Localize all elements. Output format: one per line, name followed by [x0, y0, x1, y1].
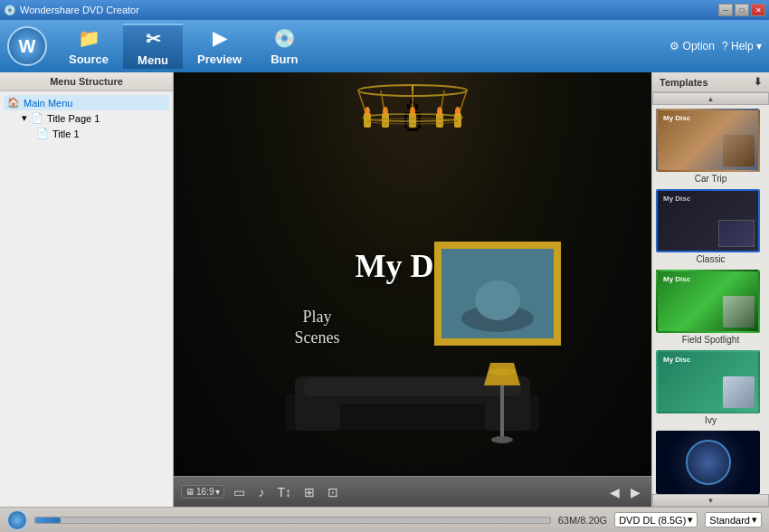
menu-structure-header: Menu Structure — [0, 72, 173, 91]
toolbar: W 📁 Source ✂ Menu ▶ Preview 💿 Burn ⚙ Opt… — [0, 20, 769, 72]
aspect-ratio-icon: 🖥 — [185, 487, 195, 497]
quality-label: Standard — [709, 515, 750, 526]
app-logo: W — [7, 26, 47, 66]
close-button[interactable]: ✕ — [751, 4, 765, 16]
title1-icon: 📄 — [36, 128, 49, 139]
aspect-ratio-dropdown-icon: ▾ — [215, 487, 220, 497]
quality-selector[interactable]: Standard ▾ — [705, 512, 762, 527]
svg-point-38 — [489, 368, 516, 375]
tree-item-main-menu[interactable]: 🏠 Main Menu — [4, 95, 169, 110]
title-bar: 💿 Wondershare DVD Creator ─ □ ✕ — [0, 0, 769, 20]
chandelier-image — [331, 81, 494, 145]
template-car-trip-thumb: My Disc — [656, 109, 760, 172]
template-field-spotlight[interactable]: My Disc Field Spotlight — [656, 270, 765, 345]
templates-list: My Disc Car Trip My Disc Classic My Disc — [652, 105, 769, 494]
app-title: Wondershare DVD Creator — [20, 5, 139, 15]
status-bar: 63M/8.20G DVD DL (8.5G) ▾ Standard ▾ — [0, 507, 769, 532]
disc-type-arrow: ▾ — [688, 514, 693, 526]
grid-button[interactable]: ⊞ — [300, 483, 318, 501]
template-field-image — [723, 296, 755, 328]
burn-button[interactable]: 💿 Burn — [256, 24, 312, 69]
scroll-up-button[interactable]: ▲ — [652, 92, 769, 105]
progress-bar — [34, 517, 551, 524]
lamp-decoration — [479, 358, 525, 449]
subtitle-button[interactable]: ▭ — [230, 483, 249, 501]
tree-item-title1[interactable]: 📄 Title 1 — [33, 126, 169, 141]
center-canvas: 🕯 — [174, 72, 651, 507]
burn-label: Burn — [271, 52, 298, 66]
template-ivy-thumb: My Disc — [656, 350, 760, 413]
templates-header: Templates ⬇ — [652, 72, 769, 92]
svg-point-12 — [365, 107, 370, 116]
svg-point-37 — [491, 436, 513, 443]
aspect-ratio-selector[interactable]: 🖥 16:9 ▾ — [181, 485, 224, 499]
main-menu-icon: 🏠 — [7, 97, 20, 109]
quality-arrow: ▾ — [752, 514, 757, 526]
preview-button[interactable]: ▶ Preview — [183, 24, 256, 69]
aspect-ratio-value: 16:9 — [196, 487, 214, 497]
collapse-icon: ▾ — [22, 112, 27, 124]
preview-label: Preview — [197, 52, 242, 66]
svg-rect-29 — [554, 242, 561, 346]
minimize-button[interactable]: ─ — [718, 4, 733, 16]
svg-rect-27 — [434, 338, 561, 346]
download-icon[interactable]: ⬇ — [754, 76, 762, 88]
left-panel: Menu Structure 🏠 Main Menu ▾ 📄 Title Pag… — [0, 72, 174, 507]
source-label: Source — [69, 52, 109, 66]
tree-item-title-page1[interactable]: ▾ 📄 Title Page 1 — [18, 110, 169, 126]
template-ivy-label: Ivy — [656, 415, 765, 425]
template-ivy[interactable]: My Disc Ivy — [656, 350, 765, 425]
template-car-trip-image — [723, 135, 755, 166]
burn-icon: 💿 — [273, 27, 296, 49]
disc-type-label: DVD DL (8.5G) — [619, 515, 686, 526]
nav-forward-button[interactable]: ▶ — [627, 483, 644, 501]
svg-rect-28 — [434, 242, 441, 346]
help-button[interactable]: ? Help ▾ — [722, 40, 762, 52]
scene-button[interactable]: ⊡ — [324, 483, 342, 501]
template-classic-label: Classic — [656, 254, 765, 264]
template-car-trip-text: My Disc — [663, 114, 690, 122]
canvas-area[interactable]: 🕯 — [174, 72, 651, 476]
main-area: Menu Structure 🏠 Main Menu ▾ 📄 Title Pag… — [0, 72, 769, 507]
audio-button[interactable]: ♪ — [254, 483, 268, 501]
template-car-trip[interactable]: My Disc Car Trip — [656, 109, 765, 184]
template-ivy-text: My Disc — [663, 356, 690, 364]
tree-area: 🏠 Main Menu ▾ 📄 Title Page 1 📄 Title 1 — [0, 91, 173, 507]
source-button[interactable]: 📁 Source — [54, 24, 123, 69]
title-page1-label: Title Page 1 — [47, 113, 100, 124]
template-last[interactable] — [656, 431, 765, 494]
play-scenes-text: PlayScenes — [294, 307, 339, 349]
menu-label: Menu — [138, 53, 168, 67]
source-icon: 📁 — [78, 27, 100, 49]
template-car-trip-label: Car Trip — [656, 174, 765, 184]
template-classic-text: My Disc — [663, 195, 690, 203]
title-page-icon: 📄 — [31, 112, 43, 124]
svg-rect-26 — [434, 242, 561, 249]
menu-button[interactable]: ✂ Menu — [123, 24, 183, 69]
template-field-text: My Disc — [663, 275, 690, 283]
option-button[interactable]: ⚙ Option — [669, 40, 715, 52]
template-field-thumb: My Disc — [656, 270, 760, 333]
template-last-thumb — [656, 431, 760, 494]
template-field-label: Field Spotlight — [656, 335, 765, 345]
right-panel: Templates ⬇ ▲ My Disc Car Trip My Disc C… — [651, 72, 769, 507]
template-classic-thumb: My Disc — [656, 189, 760, 252]
text-button[interactable]: T↕ — [273, 483, 295, 501]
disc-type-selector[interactable]: DVD DL (8.5G) ▾ — [614, 512, 698, 527]
title-bar-controls: ─ □ ✕ — [718, 4, 765, 16]
scroll-down-button[interactable]: ▼ — [652, 494, 769, 507]
app-icon: 💿 — [4, 5, 16, 16]
preview-icon: ▶ — [213, 27, 226, 49]
svg-point-24 — [475, 280, 520, 320]
canvas-toolbar: 🖥 16:9 ▾ ▭ ♪ T↕ ⊞ ⊡ ◀ ▶ — [174, 476, 651, 507]
disc-size-label: 63M/8.20G — [558, 515, 607, 526]
picture-frame — [434, 242, 561, 346]
svg-point-16 — [455, 107, 460, 116]
template-ivy-image — [723, 376, 755, 408]
menu-icon: ✂ — [146, 28, 161, 50]
restore-button[interactable]: □ — [735, 4, 749, 16]
nav-back-button[interactable]: ◀ — [606, 483, 623, 501]
title-bar-left: 💿 Wondershare DVD Creator — [4, 5, 139, 16]
status-logo — [7, 510, 27, 530]
template-classic[interactable]: My Disc Classic — [656, 189, 765, 264]
